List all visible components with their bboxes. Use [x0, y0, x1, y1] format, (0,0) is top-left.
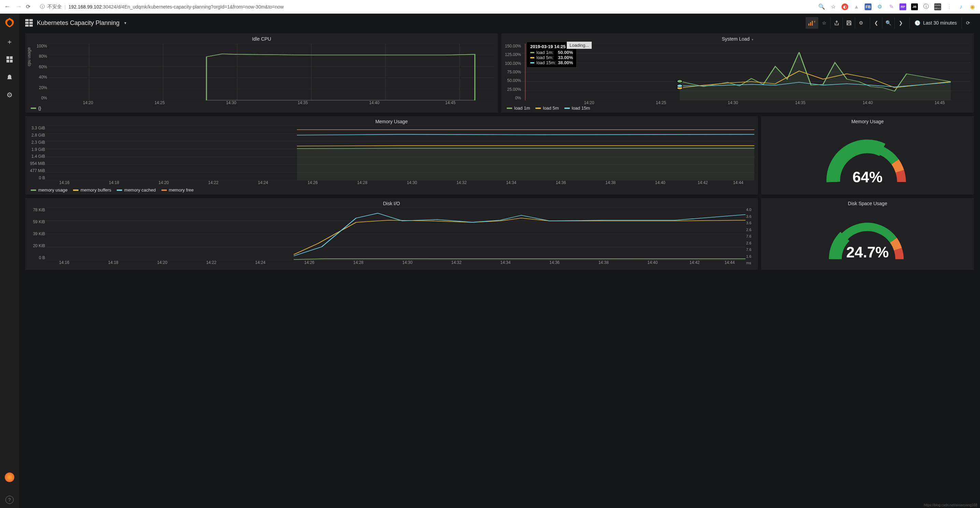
- panel-disk-io[interactable]: Disk I/O 78 KiB59 KiB3: [25, 198, 758, 270]
- loading-badge: Loading...: [567, 41, 592, 49]
- svg-rect-5: [29, 19, 33, 21]
- browser-extensions: 🔍 ☆ ◐ ▲ FB ⚙ ✎ RP JB ⓘ 01010011 ⋮ ♪ ◉: [818, 3, 976, 10]
- watermark: https://blog.csdn.net/aixiaoyang168: [924, 503, 977, 507]
- sidebar: ＋ ⚙ ?: [0, 14, 19, 508]
- chevron-down-icon: ▼: [124, 21, 127, 25]
- save-button[interactable]: [843, 17, 855, 29]
- add-icon[interactable]: ＋: [5, 38, 14, 46]
- panel-title: Idle CPU: [25, 33, 498, 43]
- ext-purple-icon[interactable]: ✎: [888, 3, 895, 10]
- svg-rect-11: [810, 22, 811, 25]
- svg-rect-1: [10, 56, 13, 59]
- panel-title: Disk Space Usage: [761, 198, 974, 207]
- ext-music-icon[interactable]: ♪: [958, 3, 964, 10]
- ext-ublock-icon[interactable]: ◐: [842, 3, 848, 10]
- user-avatar[interactable]: [5, 473, 14, 482]
- panel-memory-gauge[interactable]: Memory Usage: [761, 116, 974, 194]
- panel-idle-cpu[interactable]: Idle CPU cpu usage 100%80: [25, 33, 498, 113]
- svg-text:+: +: [814, 20, 815, 24]
- svg-rect-8: [25, 25, 29, 27]
- gauge-value: 64%: [761, 169, 974, 186]
- svg-rect-2: [6, 60, 9, 62]
- svg-rect-10: [808, 24, 810, 25]
- svg-rect-4: [25, 19, 29, 21]
- alerting-icon[interactable]: [5, 73, 14, 81]
- legend: load 1m load 5m load 15m: [507, 105, 590, 111]
- dashboard-title[interactable]: Kubernetes Capacity Planning ▼: [25, 19, 127, 27]
- panel-memory-usage[interactable]: Memory Usage: [25, 116, 758, 194]
- star-icon[interactable]: ☆: [830, 3, 837, 10]
- add-panel-button[interactable]: +: [806, 17, 818, 29]
- panel-title: Disk I/O: [25, 198, 758, 207]
- zoom-out-button[interactable]: 🔍: [882, 17, 894, 29]
- dashboard-body: Idle CPU cpu usage 100%80: [19, 32, 980, 508]
- share-button[interactable]: [830, 17, 843, 29]
- forward-button[interactable]: →: [16, 3, 22, 10]
- dashboard-grid-icon: [25, 19, 33, 27]
- ext-gear-icon[interactable]: ⚙: [876, 3, 883, 10]
- help-icon[interactable]: ?: [5, 496, 14, 504]
- svg-rect-9: [29, 25, 33, 27]
- svg-rect-7: [29, 22, 33, 24]
- svg-rect-6: [25, 22, 29, 24]
- ext-fb-icon[interactable]: FB: [865, 3, 872, 10]
- svg-point-36: [677, 84, 682, 87]
- url-rest: :30424/d/4En_udqmk/kubernetes-capacity-p…: [102, 4, 284, 10]
- star-dashboard-button[interactable]: ☆: [818, 17, 830, 29]
- panel-disk-gauge[interactable]: Disk Space Usage 24.7%: [761, 198, 974, 270]
- ext-rp-icon[interactable]: RP: [899, 3, 906, 10]
- legend: memory usage memory buffers memory cache…: [31, 188, 194, 193]
- time-back-button[interactable]: ❮: [870, 17, 882, 29]
- legend: {}: [31, 105, 41, 111]
- back-button[interactable]: ←: [4, 3, 10, 10]
- svg-rect-3: [10, 60, 13, 62]
- svg-rect-0: [6, 56, 9, 59]
- panel-title: Memory Usage: [761, 116, 974, 126]
- time-range-picker[interactable]: 🕓 Last 30 minutes: [909, 17, 962, 29]
- search-icon[interactable]: 🔍: [818, 3, 825, 10]
- panel-title: Memory Usage: [25, 116, 758, 126]
- url-bar[interactable]: ⓘ 不安全 | 192.168.99.102:30424/d/4En_udqmk…: [36, 2, 813, 11]
- reload-button[interactable]: ⟳: [26, 3, 30, 10]
- url-host: 192.168.99.102: [68, 4, 102, 10]
- ext-grey-icon[interactable]: ▲: [853, 3, 860, 10]
- gauge-value: 24.7%: [761, 244, 974, 261]
- svg-rect-12: [812, 21, 813, 25]
- time-forward-button[interactable]: ❯: [894, 17, 907, 29]
- grafana-logo-icon[interactable]: [4, 17, 15, 28]
- panel-system-load[interactable]: System Load Loading... 2019-03-19 14:25 …: [501, 33, 974, 113]
- clock-icon: 🕓: [915, 20, 920, 25]
- ext-jb-icon[interactable]: JB: [911, 3, 918, 10]
- ext-orange-icon[interactable]: ◉: [969, 3, 976, 10]
- config-gear-icon[interactable]: ⚙: [5, 91, 14, 99]
- insecure-icon: ⓘ: [40, 4, 45, 10]
- ext-bin-icon[interactable]: 01010011: [934, 3, 941, 10]
- toolbar: + ☆ ⚙ ❮ 🔍 ❯ 🕓 Last 30 minutes ⟳: [806, 17, 974, 29]
- settings-gear-button[interactable]: ⚙: [855, 17, 867, 29]
- refresh-button[interactable]: ⟳: [962, 17, 974, 29]
- ext-info-icon[interactable]: ⓘ: [923, 3, 929, 10]
- topbar: Kubernetes Capacity Planning ▼ + ☆ ⚙ ❮ 🔍…: [19, 14, 980, 32]
- browser-bar: ← → ⟳ ⓘ 不安全 | 192.168.99.102:30424/d/4En…: [0, 0, 980, 14]
- y-axis-label: cpu usage: [27, 48, 32, 66]
- dashboards-icon[interactable]: [5, 55, 14, 64]
- time-range-label: Last 30 minutes: [923, 20, 957, 25]
- dashboard-title-text: Kubernetes Capacity Planning: [37, 19, 119, 27]
- insecure-label: 不安全: [48, 4, 62, 10]
- svg-point-34: [677, 80, 682, 83]
